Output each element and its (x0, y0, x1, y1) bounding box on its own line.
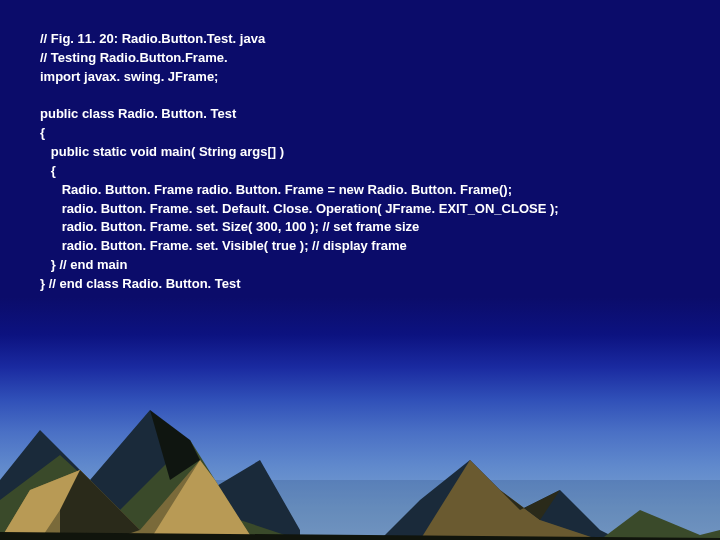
code-line: public class Radio. Button. Test (40, 106, 236, 121)
svg-rect-0 (0, 480, 720, 540)
code-line: { (40, 163, 56, 178)
code-line: // Testing Radio.Button.Frame. (40, 50, 228, 65)
slide: // Fig. 11. 20: Radio.Button.Test. java … (0, 0, 720, 540)
code-line: // Fig. 11. 20: Radio.Button.Test. java (40, 31, 265, 46)
code-line: radio. Button. Frame. set. Default. Clos… (40, 201, 559, 216)
code-block: // Fig. 11. 20: Radio.Button.Test. java … (40, 30, 700, 294)
code-line: import javax. swing. JFrame; (40, 69, 218, 84)
code-line: } // end main (40, 257, 127, 272)
code-line: radio. Button. Frame. set. Size( 300, 10… (40, 219, 419, 234)
code-line: { (40, 125, 45, 140)
code-line: } // end class Radio. Button. Test (40, 276, 241, 291)
code-line: Radio. Button. Frame radio. Button. Fram… (40, 182, 512, 197)
code-line: public static void main( String args[] ) (40, 144, 284, 159)
mountain-artwork (0, 360, 720, 540)
code-line: radio. Button. Frame. set. Visible( true… (40, 238, 407, 253)
